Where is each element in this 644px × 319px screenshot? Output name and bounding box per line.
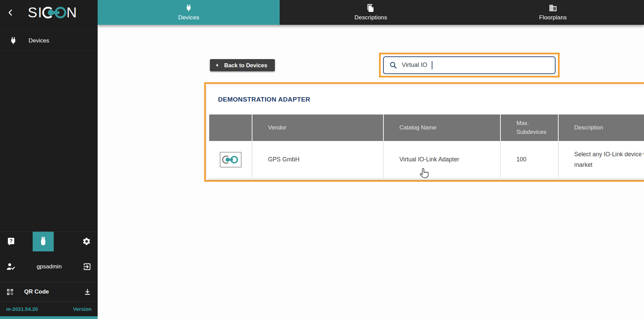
help-icon: ? bbox=[7, 237, 15, 246]
sidebar-header: SI N bbox=[0, 0, 98, 25]
app-root: SI N Devices bbox=[0, 0, 644, 319]
table-cell-catalog-name[interactable]: Virtual IO-Link Adapter bbox=[384, 141, 501, 179]
plug-icon bbox=[184, 4, 193, 12]
usb-device-icon bbox=[39, 236, 47, 246]
collapse-sidebar-button[interactable] bbox=[5, 7, 16, 18]
settings-button[interactable] bbox=[77, 232, 97, 251]
column-header-vendor: Vendor bbox=[252, 114, 384, 141]
gear-icon bbox=[82, 237, 91, 246]
sidebar-item-devices[interactable]: Devices bbox=[0, 31, 98, 51]
demonstration-adapter-panel: DEMONSTRATION ADAPTER Vendor Catalog Nam… bbox=[207, 85, 644, 179]
io-link-logo-glyph bbox=[42, 5, 68, 20]
back-button-label: Back to Devices bbox=[224, 62, 267, 69]
top-tab-bar: Devices Descriptions Floorplans bbox=[98, 0, 644, 25]
search-icon bbox=[389, 61, 397, 69]
search-highlight-box: Virtual IO bbox=[379, 53, 560, 77]
documents-icon bbox=[366, 4, 375, 12]
tab-label: Descriptions bbox=[354, 14, 387, 21]
sidebar: SI N Devices bbox=[0, 0, 98, 319]
text-caret bbox=[432, 61, 432, 69]
user-row: gpsadmin bbox=[0, 251, 98, 282]
logout-icon[interactable] bbox=[83, 262, 92, 271]
results-highlight-box: DEMONSTRATION ADAPTER Vendor Catalog Nam… bbox=[204, 82, 644, 182]
column-header-catalog-name: Catalog Name bbox=[384, 114, 501, 141]
qr-code-row[interactable]: QR Code bbox=[0, 282, 98, 301]
logo-text-prefix: SI bbox=[28, 5, 43, 20]
version-label: Version bbox=[73, 306, 92, 312]
table-cell-description[interactable]: Select any IO-Link device which is avaia… bbox=[559, 141, 644, 179]
tab-label: Floorplans bbox=[539, 14, 567, 21]
back-to-devices-button[interactable]: Back to Devices bbox=[210, 59, 275, 71]
qr-code-icon bbox=[6, 288, 14, 296]
panel-title: DEMONSTRATION ADAPTER bbox=[218, 96, 310, 103]
column-header-description: Description bbox=[559, 114, 644, 141]
io-link-adapter-logo bbox=[220, 152, 242, 167]
tab-floorplans[interactable]: Floorplans bbox=[462, 0, 644, 25]
qr-code-label: QR Code bbox=[24, 288, 49, 295]
search-input[interactable]: Virtual IO bbox=[383, 56, 556, 74]
qr-download-button[interactable] bbox=[83, 288, 92, 296]
usb-devices-button[interactable] bbox=[33, 232, 54, 251]
table-cell-max-subdevices[interactable]: 100 bbox=[501, 141, 559, 179]
person-check-icon bbox=[6, 262, 16, 271]
main-content: Back to Devices Virtual IO DEMONSTRATION… bbox=[98, 25, 644, 319]
username-label: gpsadmin bbox=[16, 263, 83, 270]
download-icon bbox=[83, 288, 92, 296]
tab-label: Devices bbox=[178, 14, 199, 21]
adapter-table: Vendor Catalog Name Max. Subdevices Desc… bbox=[209, 114, 644, 179]
panel-header: DEMONSTRATION ADAPTER bbox=[207, 85, 644, 114]
table-row-icon-cell[interactable] bbox=[209, 141, 252, 179]
search-input-value: Virtual IO bbox=[402, 61, 427, 69]
sidebar-footer-icons: ? bbox=[0, 231, 98, 251]
table-cell-vendor[interactable]: GPS GmbH bbox=[252, 141, 384, 179]
sidebar-spacer bbox=[0, 51, 98, 231]
sidebar-accent-strip bbox=[0, 316, 98, 319]
sicon-logo: SI N bbox=[28, 5, 86, 20]
tab-devices[interactable]: Devices bbox=[98, 0, 280, 25]
column-header-icon bbox=[209, 114, 252, 141]
plug-icon bbox=[9, 36, 18, 45]
help-button[interactable]: ? bbox=[1, 232, 21, 251]
building-icon bbox=[549, 4, 557, 12]
sidebar-item-label: Devices bbox=[29, 37, 49, 44]
tab-descriptions[interactable]: Descriptions bbox=[280, 0, 462, 25]
column-header-max-subdevices: Max. Subdevices bbox=[501, 114, 559, 141]
version-row: m-2021.54.20 Version bbox=[0, 301, 98, 316]
chevron-left-icon bbox=[6, 8, 15, 17]
logo-text-suffix: N bbox=[66, 5, 77, 20]
svg-text:?: ? bbox=[10, 238, 13, 244]
version-value: m-2021.54.20 bbox=[6, 306, 38, 312]
back-arrow-icon bbox=[215, 63, 219, 68]
